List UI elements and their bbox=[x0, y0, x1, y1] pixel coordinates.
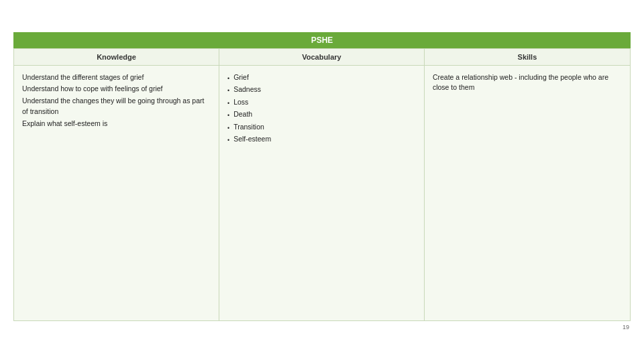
content-table: Knowledge Vocabulary Skills Understand t… bbox=[13, 48, 631, 321]
vocab-item-5: • Self-esteem bbox=[227, 134, 416, 145]
vocab-item-3: • Death bbox=[227, 109, 416, 121]
knowledge-item-1: Understand how to cope with feelings of … bbox=[22, 84, 211, 95]
content-row: Understand the different stages of grief… bbox=[14, 66, 630, 320]
bullet-icon: • bbox=[227, 99, 229, 109]
knowledge-column-header: Knowledge bbox=[14, 49, 219, 65]
vocab-item-4: • Transition bbox=[227, 122, 416, 133]
vocab-item-0: • Grief bbox=[227, 72, 416, 84]
header-title: PSHE bbox=[311, 36, 333, 45]
bullet-icon: • bbox=[227, 74, 229, 84]
knowledge-column: Understand the different stages of grief… bbox=[14, 66, 219, 320]
skills-column-header: Skills bbox=[425, 49, 630, 65]
knowledge-item-3: Explain what self-esteem is bbox=[22, 119, 211, 129]
bullet-icon: • bbox=[227, 111, 229, 121]
vocabulary-column-header: Vocabulary bbox=[219, 49, 425, 65]
page-container: PSHE Knowledge Vocabulary Skills Underst… bbox=[13, 32, 631, 330]
skills-column: Create a relationship web - including th… bbox=[425, 66, 630, 320]
vocabulary-column: • Grief • Sadness • Loss • Death bbox=[219, 66, 425, 320]
vocab-item-1: • Sadness bbox=[227, 84, 416, 96]
page-header: PSHE bbox=[13, 32, 631, 48]
bullet-icon: • bbox=[227, 136, 229, 145]
column-headers: Knowledge Vocabulary Skills bbox=[14, 49, 630, 66]
skills-text: Create a relationship web - including th… bbox=[433, 72, 622, 94]
page-number: 19 bbox=[13, 324, 631, 330]
bullet-icon: • bbox=[227, 86, 229, 96]
knowledge-item-2: Understand the changes they will be goin… bbox=[22, 96, 211, 117]
vocab-item-2: • Loss bbox=[227, 97, 416, 109]
knowledge-item-0: Understand the different stages of grief bbox=[22, 72, 211, 83]
vocabulary-list: • Grief • Sadness • Loss • Death bbox=[227, 72, 416, 145]
bullet-icon: • bbox=[227, 124, 229, 133]
